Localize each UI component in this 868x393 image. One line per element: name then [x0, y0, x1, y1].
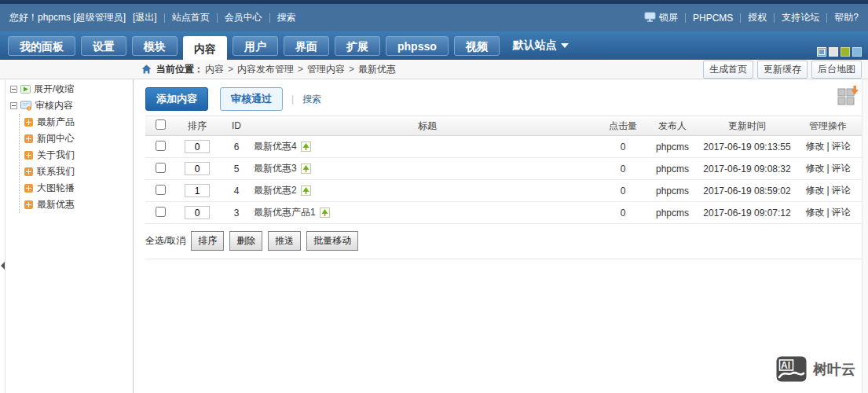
home-icon[interactable] — [141, 64, 152, 74]
row-checkbox[interactable] — [156, 185, 166, 195]
tree-collapse-icon[interactable] — [10, 102, 17, 109]
audit-content-icon — [20, 101, 32, 111]
theme-swatch-silver[interactable] — [829, 47, 838, 57]
sidebar-item-carousel[interactable]: 大图轮播 — [20, 180, 133, 196]
sort-order-input[interactable] — [185, 162, 210, 175]
logout-link[interactable]: [退出] — [133, 11, 157, 24]
category-plus-icon — [24, 151, 33, 160]
row-clicks: 0 — [601, 163, 645, 174]
col-header-ops: 管理操作 — [794, 119, 862, 133]
row-checkbox[interactable] — [156, 207, 166, 217]
topbar-search-link[interactable]: 搜索 — [277, 11, 296, 24]
sidebar-item-news-center[interactable]: 新闻中心 — [20, 130, 133, 147]
breadcrumb-prefix: 当前位置： — [156, 63, 203, 76]
site-home-link[interactable]: 站点首页 — [172, 11, 210, 24]
generate-home-button[interactable]: 生成首页 — [703, 61, 753, 79]
tab-modules[interactable]: 模块 — [132, 36, 178, 56]
breadcrumb-item[interactable]: 内容 — [205, 63, 224, 76]
table-header-row: 排序 ID 标题 点击量 发布人 更新时间 管理操作 — [145, 116, 862, 136]
update-cache-button[interactable]: 更新缓存 — [757, 61, 808, 79]
admin-map-button[interactable]: 后台地图 — [811, 61, 862, 79]
batch-move-button[interactable]: 批量移动 — [306, 231, 358, 251]
comment-link[interactable]: 评论 — [832, 141, 851, 152]
tab-my-panel[interactable]: 我的面板 — [8, 36, 75, 56]
theme-swatch-sky[interactable] — [852, 47, 862, 57]
sidebar-item-about-us[interactable]: 关于我们 — [20, 147, 133, 163]
content-table: 排序 ID 标题 点击量 发布人 更新时间 管理操作 6 最新优惠4 0 php… — [145, 116, 862, 224]
edit-link[interactable]: 修改 — [805, 163, 824, 174]
row-author: phpcms — [645, 185, 700, 196]
sidebar-item-latest-offers[interactable]: 最新优惠 — [20, 196, 133, 213]
sort-order-input[interactable] — [185, 140, 210, 153]
sidebar-collapse-gutter[interactable] — [0, 79, 5, 393]
batch-sort-button[interactable]: 排序 — [191, 231, 224, 251]
row-title-link[interactable]: 最新优惠3 — [254, 162, 297, 175]
sidebar-tree: 展开/收缩 审核内容 最新产品 新闻中心 关于我们 联 — [5, 79, 134, 393]
tab-phpsso[interactable]: phpsso — [386, 36, 449, 56]
tab-users[interactable]: 用户 — [233, 36, 278, 56]
theme-swatch-green[interactable] — [841, 47, 850, 57]
caret-down-icon — [561, 43, 569, 48]
list-mode-icon[interactable] — [837, 86, 859, 108]
sidebar-item-contact-us[interactable]: 联系我们 — [20, 163, 133, 180]
row-checkbox[interactable] — [156, 163, 166, 173]
batch-delete-button[interactable]: 删除 — [229, 231, 262, 251]
tree-root-audit[interactable]: 审核内容 — [10, 97, 133, 114]
select-all-checkbox[interactable] — [156, 119, 166, 130]
main-nav: 我的面板 设置 模块 内容 用户 界面 扩展 phpsso 视频 默认站点 — [0, 31, 868, 60]
divider — [217, 13, 218, 23]
tree-toggle-all[interactable]: 展开/收缩 — [10, 81, 133, 97]
phpcms-link[interactable]: PHPCMS — [693, 13, 733, 24]
has-thumbnail-icon — [301, 163, 311, 174]
comment-link[interactable]: 评论 — [832, 207, 851, 218]
scrollbar-track[interactable] — [862, 79, 868, 393]
content-toolbar: 添加内容 审核通过 | 搜索 — [145, 86, 862, 112]
select-all-toggle[interactable]: 全选/取消 — [145, 234, 185, 248]
theme-swatch-blue[interactable] — [817, 47, 826, 57]
support-forum-link[interactable]: 支持论坛 — [782, 11, 819, 24]
license-link[interactable]: 授权 — [748, 11, 767, 24]
category-plus-icon — [24, 134, 33, 143]
breadcrumb-separator: > — [228, 64, 233, 75]
row-checkbox[interactable] — [156, 141, 166, 151]
tree-children: 最新产品 新闻中心 关于我们 联系我们 大图轮播 最新优惠 — [19, 114, 133, 213]
divider — [826, 13, 827, 23]
ops-divider: | — [826, 141, 829, 152]
batch-push-button[interactable]: 推送 — [268, 231, 301, 251]
col-header-id: ID — [219, 120, 254, 131]
row-title-link[interactable]: 最新优惠产品1 — [254, 206, 316, 219]
help-link[interactable]: 帮助? — [834, 11, 859, 24]
category-plus-icon — [24, 184, 33, 193]
approve-button[interactable]: 审核通过 — [220, 87, 283, 111]
tab-interface[interactable]: 界面 — [284, 36, 329, 56]
edit-link[interactable]: 修改 — [805, 207, 824, 218]
collapse-left-icon[interactable] — [1, 262, 5, 270]
row-title-link[interactable]: 最新优惠4 — [254, 140, 297, 153]
comment-link[interactable]: 评论 — [832, 185, 851, 196]
row-clicks: 0 — [601, 141, 645, 152]
lock-screen-link[interactable]: 锁屏 — [644, 11, 678, 24]
sort-order-input[interactable] — [185, 184, 210, 197]
tab-video[interactable]: 视频 — [454, 36, 500, 56]
tab-settings[interactable]: 设置 — [81, 36, 126, 56]
site-selector[interactable]: 默认站点 — [513, 39, 569, 53]
breadcrumb-current: 最新优惠 — [358, 63, 396, 76]
sort-order-input[interactable] — [185, 206, 210, 219]
table-row: 5 最新优惠3 0 phpcms 2017-06-19 09:08:32 修改|… — [145, 158, 862, 180]
tree-collapse-icon[interactable] — [10, 86, 17, 93]
divider — [164, 13, 165, 23]
member-center-link[interactable]: 会员中心 — [225, 11, 262, 24]
edit-link[interactable]: 修改 — [805, 141, 824, 152]
comment-link[interactable]: 评论 — [832, 163, 851, 174]
search-link[interactable]: 搜索 — [302, 93, 321, 106]
tab-extensions[interactable]: 扩展 — [335, 36, 380, 56]
breadcrumb-item[interactable]: 管理内容 — [307, 63, 345, 76]
row-clicks: 0 — [601, 185, 645, 196]
edit-link[interactable]: 修改 — [805, 185, 824, 196]
row-title-link[interactable]: 最新优惠2 — [254, 184, 297, 197]
add-content-button[interactable]: 添加内容 — [145, 87, 208, 111]
tab-content[interactable]: 内容 — [183, 36, 227, 60]
breadcrumb-item[interactable]: 内容发布管理 — [237, 63, 294, 76]
sidebar-item-latest-products[interactable]: 最新产品 — [20, 114, 133, 130]
table-row: 4 最新优惠2 0 phpcms 2017-06-19 08:59:02 修改|… — [145, 180, 862, 202]
